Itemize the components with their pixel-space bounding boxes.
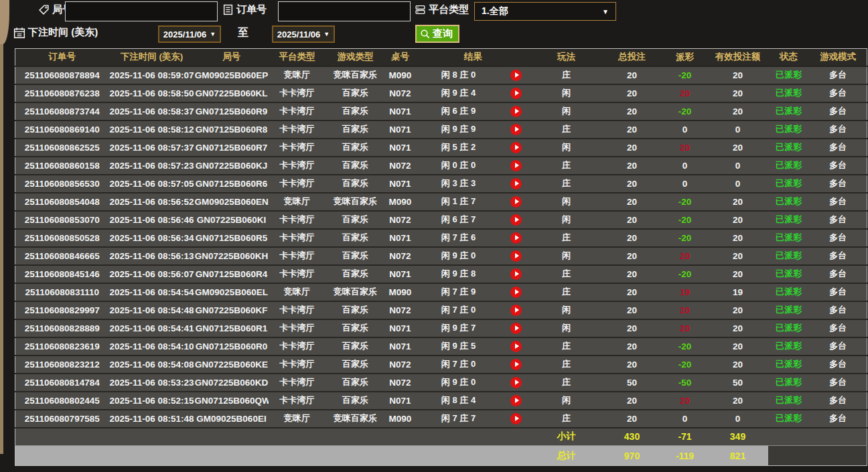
date-from-picker[interactable]: 2025/11/06 ▼ [158,25,221,43]
play-icon[interactable] [510,305,522,316]
cell-valid-bet: 20 [708,392,768,410]
play-icon[interactable] [510,359,522,370]
cell-platform: 卡卡湾厅 [269,139,326,157]
tag-icon [38,4,50,15]
cell-payout: 20 [662,301,708,319]
cell-total-bet: 20 [602,157,662,175]
cell-order-id: 251106080876238 [15,84,109,102]
table-row[interactable]: 251106080869140 2025-11-06 08:58:12 GN07… [15,121,867,139]
cell-platform: 卡卡湾厅 [269,247,326,265]
play-icon[interactable] [510,268,522,280]
cell-table-no: N071 [385,139,416,157]
table-row[interactable]: 251106080854048 2025-11-06 08:56:52 GM09… [15,193,867,211]
cell-mode: 多台 [810,319,867,337]
play-icon[interactable] [510,124,522,135]
cell-result: 闲 7 庄 7 [416,410,502,428]
cell-order-id: 251106080828889 [15,319,109,337]
cell-valid-bet: 20 [708,102,768,121]
play-icon[interactable] [510,413,522,424]
date-to-picker[interactable]: 2025/11/06 ▼ [272,25,335,43]
cell-game-type: 竞咪百家乐 [326,410,385,428]
play-icon[interactable] [510,70,522,81]
play-icon[interactable] [510,323,522,334]
table-row[interactable]: 251106080860158 2025-11-06 08:57:23 GN07… [15,157,867,175]
table-row[interactable]: 251106080878894 2025-11-06 08:59:07 GM09… [15,66,867,84]
platform-type-value: 1.全部 [482,5,508,17]
cell-play: 庄 [531,265,602,283]
table-row[interactable]: 251106080829997 2025-11-06 08:54:48 GN07… [15,301,867,319]
play-icon[interactable] [510,214,522,226]
cell-play: 闲 [531,211,602,229]
cell-mode: 多台 [810,84,867,102]
play-icon[interactable] [510,377,522,388]
cell-play: 闲 [531,319,602,337]
play-icon[interactable] [510,341,522,352]
cell-platform: 卡卡湾厅 [269,84,326,102]
cell-table-no: N071 [385,392,416,410]
cell-table-no: N072 [385,157,416,175]
table-row[interactable]: 251106080828889 2025-11-06 08:54:41 GN07… [15,319,867,337]
table-row[interactable]: 251106080856530 2025-11-06 08:57:05 GN07… [15,175,867,193]
cell-payout: -50 [662,374,708,392]
cell-status: 已派彩 [768,229,810,247]
cell-table-no: N071 [385,175,416,193]
table-row[interactable]: 251106080831110 2025-11-06 08:54:54 GM09… [15,283,867,301]
cell-mode: 多台 [810,102,867,121]
cell-mode: 多台 [810,265,867,283]
cell-play: 闲 [531,193,602,211]
order-number-label: 订单号 [236,3,267,16]
cell-mode: 多台 [810,301,867,319]
table-row[interactable]: 251106080845146 2025-11-06 08:56:07 GN07… [15,265,867,283]
cell-result: 闲 9 庄 0 [416,247,502,265]
cell-status: 已派彩 [768,265,810,283]
table-row[interactable]: 251106080850528 2025-11-06 08:56:34 GN07… [15,229,867,247]
order-number-input[interactable] [278,1,411,21]
table-body: 251106080878894 2025-11-06 08:59:07 GM09… [15,66,867,428]
subtotal-valid-bet: 349 [708,428,768,446]
cell-play: 庄 [531,283,602,301]
play-icon[interactable] [510,178,522,189]
play-icon[interactable] [510,287,522,298]
play-icon[interactable] [510,88,522,99]
cell-play: 闲 [531,247,602,265]
table-row[interactable]: 251106080802445 2025-11-06 08:52:15 GN07… [15,392,867,410]
table-row[interactable]: 251106080873744 2025-11-06 08:58:37 GN07… [15,102,867,121]
table-row[interactable]: 251106080846665 2025-11-06 08:56:13 GN07… [15,247,867,265]
play-icon[interactable] [510,232,522,244]
cell-platform: 卡卡湾厅 [269,374,326,392]
col-header-result: 结果 [416,49,531,66]
cell-play: 闲 [531,139,602,157]
play-icon[interactable] [510,142,522,153]
table-row[interactable]: 251106080853070 2025-11-06 08:56:46 GN07… [15,211,867,229]
play-icon[interactable] [510,106,522,117]
table-row[interactable]: 251106080814784 2025-11-06 08:53:23 GN07… [15,374,867,392]
table-row[interactable]: 251106080823619 2025-11-06 08:54:10 GN07… [15,337,867,356]
play-icon[interactable] [510,160,522,171]
cell-platform: 竞咪厅 [269,193,326,211]
cell-mode: 多台 [810,283,867,301]
table-row[interactable]: 251106080797585 2025-11-06 08:51:48 GM09… [15,410,867,428]
cell-valid-bet: 20 [708,229,768,247]
play-icon[interactable] [510,395,522,406]
cell-round: GN07125B060R8 [195,121,269,139]
cell-mode: 多台 [810,247,867,265]
cell-table-no: N071 [385,319,416,337]
cell-platform: 卡卡湾厅 [269,392,326,410]
cell-table-no: M090 [385,66,416,84]
cell-payout: -20 [662,265,708,283]
cell-play: 闲 [531,84,602,102]
platform-type-select[interactable]: 1.全部 ▼ [474,2,616,21]
table-row[interactable]: 251106080862525 2025-11-06 08:57:37 GN07… [15,139,867,157]
cell-order-id: 251106080823212 [15,356,109,374]
table-row[interactable]: 251106080823212 2025-11-06 08:54:08 GN07… [15,356,867,374]
cell-bet-time: 2025-11-06 08:58:37 [109,102,195,121]
cell-result: 闲 7 庄 0 [416,301,502,319]
cell-order-id: 251106080878894 [15,66,109,84]
cell-round: GN07125B060R6 [195,175,269,193]
table-row[interactable]: 251106080876238 2025-11-06 08:58:50 GN07… [15,84,867,102]
play-icon[interactable] [510,250,522,262]
round-number-input[interactable] [65,1,218,21]
play-icon[interactable] [510,196,522,208]
search-button[interactable]: 查询 [415,25,459,43]
cell-round: GN07225B060KL [195,84,269,102]
